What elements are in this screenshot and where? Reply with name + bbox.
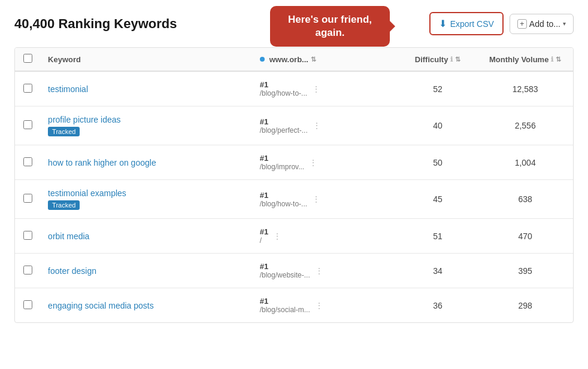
rank-cell: #1 /blog/perfect-... ⋮	[253, 106, 398, 145]
difficulty-cell: 52	[398, 71, 478, 106]
rank-options-icon[interactable]: ⋮	[313, 301, 326, 310]
rank-cell: #1 /blog/improv... ⋮	[253, 145, 398, 180]
column-header-difficulty: Difficulty ℹ ⇅	[398, 48, 478, 71]
keyword-cell: footer design	[41, 254, 253, 288]
row-checkbox[interactable]	[23, 157, 32, 166]
table-row: testimonial #1 /blog/how-to-... ⋮ 52 12,…	[15, 71, 573, 106]
volume-cell: 298	[477, 288, 573, 323]
rank-path: /	[260, 236, 268, 245]
rank-options-icon[interactable]: ⋮	[313, 266, 326, 276]
table-row: profile picture ideas Tracked #1 /blog/p…	[15, 106, 573, 145]
table-row: engaging social media posts #1 /blog/soc…	[15, 288, 573, 323]
keywords-table: Keyword www.orb... ⇅ Difficulty ℹ	[14, 47, 574, 323]
row-checkbox[interactable]	[23, 300, 32, 309]
keyword-cell: orbit media	[41, 219, 253, 254]
table-header-row: Keyword www.orb... ⇅ Difficulty ℹ	[15, 48, 573, 71]
row-checkbox[interactable]	[23, 266, 32, 275]
row-checkbox[interactable]	[23, 231, 32, 240]
row-checkbox-cell[interactable]	[15, 71, 41, 106]
volume-cell: 1,004	[477, 145, 573, 180]
row-checkbox-cell[interactable]	[15, 145, 41, 180]
rank-path: /blog/perfect-...	[260, 126, 308, 135]
column-header-volume: Monthly Volume ℹ ⇅	[477, 48, 573, 71]
keyword-cell: profile picture ideas Tracked	[41, 106, 253, 145]
rank-number: #1	[260, 227, 268, 236]
chevron-down-icon: ▾	[563, 20, 566, 27]
keyword-cell: how to rank higher on google	[41, 145, 253, 180]
row-checkbox-cell[interactable]	[15, 219, 41, 254]
volume-cell: 470	[477, 219, 573, 254]
difficulty-sort-icon[interactable]: ⇅	[455, 56, 460, 63]
keyword-link[interactable]: testimonial	[48, 84, 88, 94]
keyword-link[interactable]: engaging social media posts	[48, 301, 154, 310]
row-checkbox[interactable]	[23, 194, 32, 203]
volume-cell: 395	[477, 254, 573, 288]
volume-cell: 638	[477, 180, 573, 219]
rank-number: #1	[260, 117, 308, 126]
keyword-cell: testimonial	[41, 71, 253, 106]
keyword-cell: testimonial examples Tracked	[41, 180, 253, 219]
volume-cell: 2,556	[477, 106, 573, 145]
rank-number: #1	[260, 154, 304, 163]
row-checkbox[interactable]	[23, 84, 32, 93]
column-header-rank: www.orb... ⇅	[253, 48, 398, 71]
rank-options-icon[interactable]: ⋮	[310, 84, 323, 94]
table-row: how to rank higher on google #1 /blog/im…	[15, 145, 573, 180]
keyword-cell: engaging social media posts	[41, 288, 253, 323]
keyword-link[interactable]: testimonial examples	[48, 188, 126, 198]
rank-cell: #1 /blog/website-... ⋮	[253, 254, 398, 288]
rank-cell: #1 /blog/social-m... ⋮	[253, 288, 398, 323]
rank-options-icon[interactable]: ⋮	[271, 231, 284, 241]
rank-number: #1	[260, 297, 310, 306]
header-actions: ⬇ Export CSV + Add to... ▾	[429, 12, 574, 35]
difficulty-cell: 36	[398, 288, 478, 323]
rank-path: /blog/website-...	[260, 271, 310, 279]
difficulty-cell: 50	[398, 145, 478, 180]
rank-number: #1	[260, 191, 307, 200]
column-header-keyword: Keyword	[41, 48, 253, 71]
volume-cell: 12,583	[477, 71, 573, 106]
tracked-badge: Tracked	[48, 200, 80, 210]
rank-options-icon[interactable]: ⋮	[307, 158, 320, 167]
rank-cell: #1 / ⋮	[253, 219, 398, 254]
rank-number: #1	[260, 262, 310, 271]
row-checkbox-cell[interactable]	[15, 180, 41, 219]
keyword-link[interactable]: profile picture ideas	[48, 115, 120, 124]
difficulty-cell: 45	[398, 180, 478, 219]
difficulty-cell: 40	[398, 106, 478, 145]
rank-path: /blog/social-m...	[260, 306, 310, 314]
add-to-button[interactable]: + Add to... ▾	[510, 14, 574, 34]
rank-options-icon[interactable]: ⋮	[310, 121, 323, 130]
export-csv-button[interactable]: ⬇ Export CSV	[429, 12, 504, 35]
table-row: testimonial examples Tracked #1 /blog/ho…	[15, 180, 573, 219]
header: 40,400 Ranking Keywords Here's our frien…	[14, 12, 574, 35]
difficulty-cell: 51	[398, 219, 478, 254]
volume-info-icon[interactable]: ℹ	[551, 56, 553, 63]
select-all-checkbox[interactable]	[23, 54, 32, 63]
table-row: orbit media #1 / ⋮ 51 470	[15, 219, 573, 254]
rank-sort-icon[interactable]: ⇅	[311, 56, 316, 63]
row-checkbox-cell[interactable]	[15, 106, 41, 145]
keyword-link[interactable]: orbit media	[48, 231, 89, 241]
plus-icon: +	[517, 19, 527, 29]
row-checkbox[interactable]	[23, 120, 32, 129]
page-title: 40,400 Ranking Keywords	[14, 16, 177, 32]
row-checkbox-cell[interactable]	[15, 288, 41, 323]
volume-sort-icon[interactable]: ⇅	[556, 56, 561, 63]
tracked-badge: Tracked	[48, 127, 80, 136]
difficulty-info-icon[interactable]: ℹ	[450, 56, 453, 63]
rank-number: #1	[260, 80, 307, 89]
page-wrapper: 40,400 Ranking Keywords Here's our frien…	[0, 0, 588, 335]
download-icon: ⬇	[439, 18, 447, 29]
row-checkbox-cell[interactable]	[15, 254, 41, 288]
select-all-checkbox-cell[interactable]	[15, 48, 41, 71]
rank-options-icon[interactable]: ⋮	[310, 194, 323, 204]
rank-path: /blog/improv...	[260, 163, 304, 171]
rank-cell: #1 /blog/how-to-... ⋮	[253, 71, 398, 106]
rank-path: /blog/how-to-...	[260, 200, 307, 208]
difficulty-cell: 34	[398, 254, 478, 288]
keyword-link[interactable]: footer design	[48, 266, 96, 276]
keyword-link[interactable]: how to rank higher on google	[48, 158, 156, 167]
table-row: footer design #1 /blog/website-... ⋮ 34 …	[15, 254, 573, 288]
rank-path: /blog/how-to-...	[260, 89, 307, 97]
